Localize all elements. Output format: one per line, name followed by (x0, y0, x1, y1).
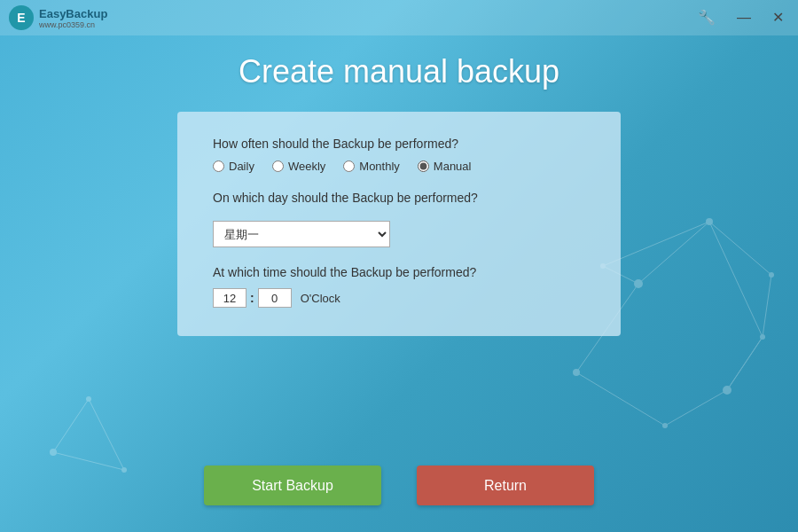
svg-point-4 (662, 423, 668, 428)
svg-point-3 (573, 369, 580, 376)
wrench-button[interactable]: 🔧 (692, 7, 721, 28)
close-button[interactable]: ✕ (767, 7, 789, 28)
radio-monthly[interactable]: Monthly (343, 160, 400, 173)
app-logo: E EasyBackup www.pc0359.cn (9, 5, 107, 30)
return-button[interactable]: Return (417, 466, 594, 505)
time-question: At which time should the Backup be perfo… (213, 265, 585, 279)
settings-card: How often should the Backup be performed… (177, 112, 621, 336)
radio-monthly-label: Monthly (359, 160, 400, 173)
minimize-button[interactable]: — (732, 7, 756, 28)
time-controls: : O'Clock (213, 288, 585, 308)
frequency-radio-group: Daily Weekly Monthly Manual (213, 160, 585, 173)
svg-line-10 (727, 337, 763, 390)
svg-line-11 (665, 390, 727, 426)
svg-line-18 (727, 337, 763, 390)
radio-monthly-input[interactable] (343, 160, 355, 172)
svg-point-20 (50, 449, 57, 456)
titlebar: E EasyBackup www.pc0359.cn 🔧 — ✕ (0, 0, 798, 35)
svg-point-5 (723, 386, 732, 395)
radio-daily[interactable]: Daily (213, 160, 254, 173)
time-section: At which time should the Backup be perfo… (213, 265, 585, 308)
svg-line-24 (89, 399, 124, 470)
svg-line-22 (53, 399, 89, 452)
svg-point-19 (86, 396, 91, 402)
app-name: EasyBackup (39, 7, 107, 20)
radio-manual-label: Manual (434, 160, 472, 173)
day-section: On which day should the Backup be perfor… (213, 191, 585, 247)
oclock-label: O'Clock (301, 292, 340, 305)
radio-weekly-label: Weekly (288, 160, 325, 173)
day-question: On which day should the Backup be perfor… (213, 191, 585, 205)
svg-line-12 (576, 372, 665, 426)
radio-weekly[interactable]: Weekly (272, 160, 325, 173)
radio-daily-input[interactable] (213, 160, 224, 172)
app-url: www.pc0359.cn (39, 20, 107, 29)
day-dropdown[interactable]: 星期一 星期二 星期三 星期四 星期五 星期六 星期日 (213, 221, 390, 247)
radio-manual-input[interactable] (418, 160, 429, 172)
time-hour-input[interactable] (213, 288, 246, 308)
radio-manual[interactable]: Manual (418, 160, 472, 173)
time-colon: : (250, 291, 254, 305)
radio-weekly-input[interactable] (272, 160, 284, 172)
start-backup-button[interactable]: Start Backup (204, 466, 381, 505)
frequency-question: How often should the Backup be performed… (213, 137, 585, 151)
page-title: Create manual backup (239, 53, 559, 90)
main-content: Create manual backup How often should th… (0, 35, 798, 336)
time-minute-input[interactable] (258, 288, 292, 308)
radio-daily-label: Daily (229, 160, 254, 173)
button-row: Start Backup Return (0, 466, 798, 505)
window-controls: 🔧 — ✕ (692, 7, 789, 28)
logo-icon: E (9, 5, 34, 30)
